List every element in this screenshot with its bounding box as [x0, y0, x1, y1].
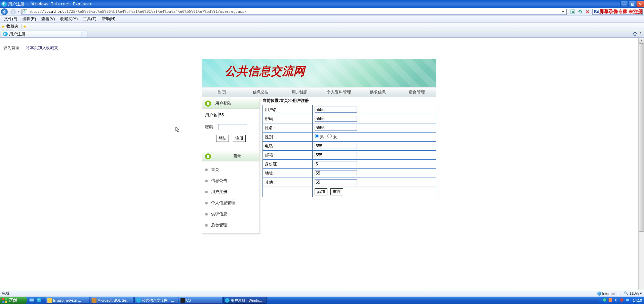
catalog-item-profile[interactable]: 个人信息管理 — [202, 197, 259, 208]
login-button[interactable]: 登陆 — [216, 135, 229, 142]
menu-favorites[interactable]: 收藏夹(A) — [57, 15, 80, 23]
task-item[interactable]: Microsoft SQL Se... — [90, 297, 134, 304]
home-icon[interactable] — [633, 31, 638, 37]
catalog-item-supply[interactable]: 供求信息 — [202, 208, 259, 220]
idcard-input[interactable] — [315, 161, 357, 167]
task-item-active[interactable]: 用户注册 - Windo... — [223, 297, 267, 304]
scroll-thumb[interactable] — [639, 43, 644, 232]
globe-icon — [597, 292, 601, 296]
tray-icon[interactable] — [626, 298, 630, 303]
clock[interactable]: 14:10 — [633, 298, 642, 302]
gender-male-radio[interactable] — [315, 134, 319, 138]
nav-admin[interactable]: 后台管理 — [397, 87, 436, 97]
forward-button[interactable] — [9, 8, 17, 15]
add-to-favorites-link[interactable]: 将本页加入收藏夹 — [26, 45, 58, 50]
browser-tab[interactable]: 用户注册 — [1, 31, 81, 37]
field-label-buttons — [263, 187, 313, 197]
other-input[interactable] — [315, 179, 357, 185]
login-pass-input[interactable] — [218, 124, 247, 130]
svg-rect-10 — [609, 298, 612, 302]
refresh-icon[interactable] — [577, 9, 583, 15]
scroll-up-icon[interactable]: ▲ — [639, 38, 644, 43]
menu-help[interactable]: 帮助(H) — [99, 15, 118, 23]
zoom-level[interactable]: 🔍 110% ▾ — [624, 291, 642, 296]
task-item[interactable]: C:\ — [179, 297, 223, 304]
field-label-password: 密码： — [263, 114, 313, 123]
restore-button[interactable]: ◱ — [629, 1, 636, 7]
catalog-item-admin[interactable]: 后台管理 — [202, 220, 259, 231]
bullet-icon — [205, 191, 208, 193]
tray-icon[interactable] — [608, 298, 613, 303]
username-input[interactable] — [315, 107, 357, 113]
reset-button[interactable]: 重置 — [330, 188, 343, 195]
menu-edit[interactable]: 编辑(E) — [20, 15, 39, 23]
field-label-gender: 性别： — [263, 132, 313, 142]
tray-icon[interactable] — [620, 298, 625, 303]
security-zone[interactable]: Internet — [597, 292, 615, 296]
gender-female-option[interactable]: 女 — [327, 135, 337, 139]
address-input[interactable] — [315, 170, 357, 176]
catalog-item-register[interactable]: 用户注册 — [202, 186, 259, 197]
favorites-label[interactable]: 收藏夹 — [6, 24, 18, 29]
new-tab-button[interactable] — [82, 31, 87, 37]
url-text: http://localhost:1725/%e5%85%ac%e5%85%b1… — [29, 9, 247, 14]
set-homepage-link[interactable]: 设为首页 — [3, 45, 19, 50]
svg-rect-12 — [626, 299, 629, 301]
login-user-input[interactable] — [218, 112, 247, 118]
close-button[interactable]: ✕ — [637, 1, 644, 7]
catalog-list: 首页 信息公告 用户注册 个人信息管理 供求信息 后台管理 — [202, 161, 259, 233]
svg-rect-6 — [29, 298, 34, 302]
ie-icon — [225, 298, 230, 303]
gender-male-option[interactable]: 男 — [315, 135, 324, 139]
start-button[interactable]: 开始 — [0, 297, 27, 304]
site-banner: 公共信息交流网 — [202, 59, 436, 87]
ie-icon — [136, 298, 141, 303]
site-nav: 首 页 信息公告 用户注册 个人资料管理 供求信息 后台管理 — [202, 87, 436, 97]
register-button[interactable]: 注册 — [233, 135, 246, 142]
password-input[interactable] — [315, 116, 357, 122]
add-favorite-icon[interactable]: ★ — [21, 24, 28, 29]
vertical-scrollbar[interactable]: ▲ ▼ — [638, 38, 644, 297]
phone-input[interactable] — [315, 143, 357, 149]
tray-icon[interactable] — [603, 298, 607, 303]
task-item[interactable]: 公共信息交流网 - ... — [134, 297, 178, 304]
taskbar: 开始 e E:\asp.net+sql-... Microsoft SQL Se… — [0, 297, 644, 304]
name-input[interactable] — [315, 125, 357, 131]
svg-point-0 — [1, 8, 8, 15]
screen-recorder-watermark: 屏幕录像专家 未注册 — [599, 9, 643, 15]
tray-volume-icon[interactable] — [614, 298, 619, 303]
compat-icon[interactable] — [569, 9, 576, 15]
email-input[interactable] — [315, 152, 357, 158]
gender-female-radio[interactable] — [327, 134, 332, 138]
window-title: 用户注册 - Windows Internet Explorer — [8, 1, 92, 7]
stop-icon[interactable] — [584, 9, 591, 15]
page-icon — [23, 9, 27, 14]
tray-expand-icon[interactable]: ‹ — [601, 298, 602, 302]
sidebar: 用户登陆 用户名 密码 登陆 注册 — [202, 99, 260, 234]
minimize-button[interactable]: — — [620, 1, 628, 7]
catalog-item-home[interactable]: 首页 — [202, 164, 259, 175]
add-button[interactable]: 添加 — [315, 188, 327, 195]
menu-file[interactable]: 文件(F) — [1, 15, 20, 23]
catalog-item-announce[interactable]: 信息公告 — [202, 175, 259, 186]
svg-text:e: e — [38, 298, 40, 302]
back-button[interactable] — [0, 8, 9, 15]
ql-ie-icon[interactable]: e — [36, 297, 42, 303]
nav-home[interactable]: 首 页 — [202, 87, 241, 97]
ql-desktop-icon[interactable] — [29, 297, 35, 303]
bullet-icon — [205, 180, 208, 182]
system-tray: ‹ 14:10 — [599, 297, 644, 304]
svg-rect-3 — [572, 11, 574, 13]
nav-profile[interactable]: 个人资料管理 — [319, 87, 358, 97]
address-dropdown-icon[interactable]: ▾ — [560, 9, 566, 14]
address-bar[interactable]: http://localhost:1725/%e5%85%ac%e5%85%b1… — [22, 9, 567, 15]
menu-view[interactable]: 查看(V) — [39, 15, 57, 23]
task-item[interactable]: E:\asp.net+sql-... — [46, 297, 89, 304]
nav-announce[interactable]: 信息公告 — [241, 87, 280, 97]
star-icon[interactable]: ★ — [1, 24, 5, 29]
ie-icon — [1, 1, 7, 7]
nav-register[interactable]: 用户注册 — [280, 87, 319, 97]
login-pass-label: 密码 — [205, 124, 217, 130]
nav-supply[interactable]: 供求信息 — [358, 87, 397, 97]
menu-tools[interactable]: 工具(T) — [80, 15, 99, 23]
